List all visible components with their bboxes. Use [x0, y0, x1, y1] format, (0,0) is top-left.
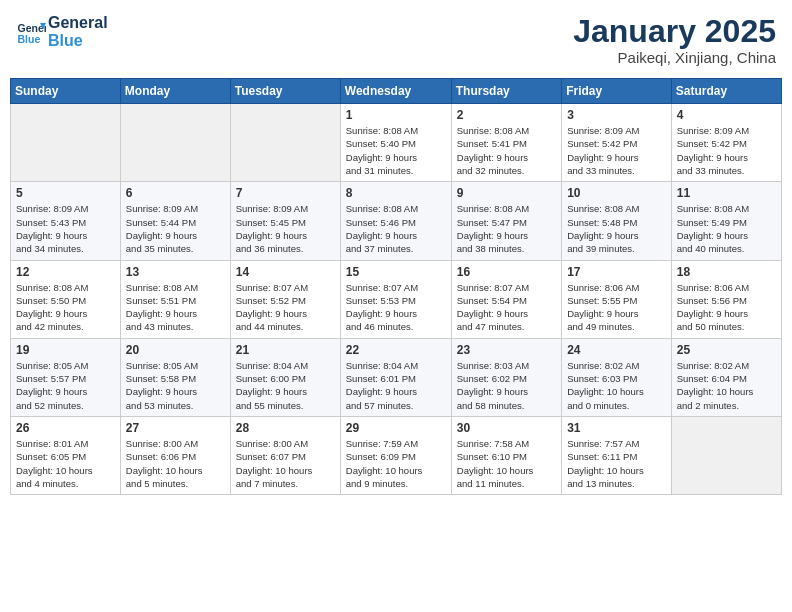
calendar-cell: 23Sunrise: 8:03 AM Sunset: 6:02 PM Dayli…	[451, 338, 561, 416]
day-info: Sunrise: 8:07 AM Sunset: 5:53 PM Dayligh…	[346, 281, 446, 334]
day-number: 7	[236, 186, 335, 200]
calendar-cell: 11Sunrise: 8:08 AM Sunset: 5:49 PM Dayli…	[671, 182, 781, 260]
logo-text: General Blue	[48, 14, 108, 49]
day-number: 20	[126, 343, 225, 357]
day-number: 19	[16, 343, 115, 357]
calendar-week-row: 19Sunrise: 8:05 AM Sunset: 5:57 PM Dayli…	[11, 338, 782, 416]
day-number: 12	[16, 265, 115, 279]
day-number: 2	[457, 108, 556, 122]
day-number: 1	[346, 108, 446, 122]
calendar-cell: 8Sunrise: 8:08 AM Sunset: 5:46 PM Daylig…	[340, 182, 451, 260]
calendar-cell: 2Sunrise: 8:08 AM Sunset: 5:41 PM Daylig…	[451, 104, 561, 182]
day-info: Sunrise: 8:07 AM Sunset: 5:54 PM Dayligh…	[457, 281, 556, 334]
calendar-cell: 3Sunrise: 8:09 AM Sunset: 5:42 PM Daylig…	[562, 104, 672, 182]
calendar-week-row: 5Sunrise: 8:09 AM Sunset: 5:43 PM Daylig…	[11, 182, 782, 260]
day-info: Sunrise: 8:06 AM Sunset: 5:56 PM Dayligh…	[677, 281, 776, 334]
day-info: Sunrise: 8:09 AM Sunset: 5:44 PM Dayligh…	[126, 202, 225, 255]
weekday-header: Saturday	[671, 79, 781, 104]
day-info: Sunrise: 8:08 AM Sunset: 5:41 PM Dayligh…	[457, 124, 556, 177]
day-number: 28	[236, 421, 335, 435]
calendar-cell: 13Sunrise: 8:08 AM Sunset: 5:51 PM Dayli…	[120, 260, 230, 338]
day-info: Sunrise: 8:05 AM Sunset: 5:57 PM Dayligh…	[16, 359, 115, 412]
day-number: 21	[236, 343, 335, 357]
day-info: Sunrise: 8:09 AM Sunset: 5:45 PM Dayligh…	[236, 202, 335, 255]
calendar-cell: 28Sunrise: 8:00 AM Sunset: 6:07 PM Dayli…	[230, 416, 340, 494]
day-info: Sunrise: 8:08 AM Sunset: 5:48 PM Dayligh…	[567, 202, 666, 255]
day-number: 6	[126, 186, 225, 200]
day-number: 31	[567, 421, 666, 435]
day-number: 5	[16, 186, 115, 200]
location-subtitle: Paikeqi, Xinjiang, China	[573, 49, 776, 66]
calendar-cell: 26Sunrise: 8:01 AM Sunset: 6:05 PM Dayli…	[11, 416, 121, 494]
calendar-cell: 30Sunrise: 7:58 AM Sunset: 6:10 PM Dayli…	[451, 416, 561, 494]
calendar-cell: 7Sunrise: 8:09 AM Sunset: 5:45 PM Daylig…	[230, 182, 340, 260]
calendar-cell: 18Sunrise: 8:06 AM Sunset: 5:56 PM Dayli…	[671, 260, 781, 338]
day-info: Sunrise: 8:04 AM Sunset: 6:00 PM Dayligh…	[236, 359, 335, 412]
day-info: Sunrise: 8:03 AM Sunset: 6:02 PM Dayligh…	[457, 359, 556, 412]
day-number: 16	[457, 265, 556, 279]
day-info: Sunrise: 8:05 AM Sunset: 5:58 PM Dayligh…	[126, 359, 225, 412]
day-number: 23	[457, 343, 556, 357]
logo-icon: General Blue	[16, 17, 46, 47]
weekday-header: Tuesday	[230, 79, 340, 104]
day-number: 3	[567, 108, 666, 122]
calendar-week-row: 26Sunrise: 8:01 AM Sunset: 6:05 PM Dayli…	[11, 416, 782, 494]
day-number: 15	[346, 265, 446, 279]
day-info: Sunrise: 8:00 AM Sunset: 6:07 PM Dayligh…	[236, 437, 335, 490]
day-number: 13	[126, 265, 225, 279]
title-block: January 2025 Paikeqi, Xinjiang, China	[573, 14, 776, 66]
calendar-cell: 4Sunrise: 8:09 AM Sunset: 5:42 PM Daylig…	[671, 104, 781, 182]
calendar-cell: 31Sunrise: 7:57 AM Sunset: 6:11 PM Dayli…	[562, 416, 672, 494]
day-info: Sunrise: 8:08 AM Sunset: 5:40 PM Dayligh…	[346, 124, 446, 177]
day-number: 18	[677, 265, 776, 279]
day-number: 11	[677, 186, 776, 200]
day-number: 27	[126, 421, 225, 435]
day-info: Sunrise: 8:09 AM Sunset: 5:42 PM Dayligh…	[677, 124, 776, 177]
day-info: Sunrise: 8:04 AM Sunset: 6:01 PM Dayligh…	[346, 359, 446, 412]
day-number: 25	[677, 343, 776, 357]
day-info: Sunrise: 8:09 AM Sunset: 5:42 PM Dayligh…	[567, 124, 666, 177]
weekday-header: Friday	[562, 79, 672, 104]
day-info: Sunrise: 8:02 AM Sunset: 6:03 PM Dayligh…	[567, 359, 666, 412]
day-number: 10	[567, 186, 666, 200]
day-info: Sunrise: 8:02 AM Sunset: 6:04 PM Dayligh…	[677, 359, 776, 412]
calendar-cell: 5Sunrise: 8:09 AM Sunset: 5:43 PM Daylig…	[11, 182, 121, 260]
day-info: Sunrise: 8:07 AM Sunset: 5:52 PM Dayligh…	[236, 281, 335, 334]
calendar-cell: 21Sunrise: 8:04 AM Sunset: 6:00 PM Dayli…	[230, 338, 340, 416]
calendar-cell	[120, 104, 230, 182]
calendar-cell	[11, 104, 121, 182]
calendar-week-row: 12Sunrise: 8:08 AM Sunset: 5:50 PM Dayli…	[11, 260, 782, 338]
day-number: 17	[567, 265, 666, 279]
day-info: Sunrise: 7:58 AM Sunset: 6:10 PM Dayligh…	[457, 437, 556, 490]
svg-text:Blue: Blue	[18, 32, 41, 44]
day-info: Sunrise: 8:09 AM Sunset: 5:43 PM Dayligh…	[16, 202, 115, 255]
calendar-cell: 14Sunrise: 8:07 AM Sunset: 5:52 PM Dayli…	[230, 260, 340, 338]
day-number: 4	[677, 108, 776, 122]
month-title: January 2025	[573, 14, 776, 49]
day-number: 22	[346, 343, 446, 357]
day-info: Sunrise: 8:08 AM Sunset: 5:51 PM Dayligh…	[126, 281, 225, 334]
calendar-cell	[671, 416, 781, 494]
calendar-cell: 1Sunrise: 8:08 AM Sunset: 5:40 PM Daylig…	[340, 104, 451, 182]
day-info: Sunrise: 8:01 AM Sunset: 6:05 PM Dayligh…	[16, 437, 115, 490]
day-info: Sunrise: 8:08 AM Sunset: 5:46 PM Dayligh…	[346, 202, 446, 255]
day-info: Sunrise: 7:57 AM Sunset: 6:11 PM Dayligh…	[567, 437, 666, 490]
day-number: 26	[16, 421, 115, 435]
page-header: General Blue General Blue January 2025 P…	[10, 10, 782, 70]
weekday-header: Sunday	[11, 79, 121, 104]
calendar-cell: 24Sunrise: 8:02 AM Sunset: 6:03 PM Dayli…	[562, 338, 672, 416]
weekday-header: Wednesday	[340, 79, 451, 104]
calendar-table: SundayMondayTuesdayWednesdayThursdayFrid…	[10, 78, 782, 495]
day-info: Sunrise: 8:08 AM Sunset: 5:47 PM Dayligh…	[457, 202, 556, 255]
calendar-cell: 27Sunrise: 8:00 AM Sunset: 6:06 PM Dayli…	[120, 416, 230, 494]
weekday-header: Thursday	[451, 79, 561, 104]
day-info: Sunrise: 8:00 AM Sunset: 6:06 PM Dayligh…	[126, 437, 225, 490]
day-info: Sunrise: 8:06 AM Sunset: 5:55 PM Dayligh…	[567, 281, 666, 334]
calendar-cell: 10Sunrise: 8:08 AM Sunset: 5:48 PM Dayli…	[562, 182, 672, 260]
weekday-header: Monday	[120, 79, 230, 104]
day-number: 30	[457, 421, 556, 435]
day-info: Sunrise: 8:08 AM Sunset: 5:49 PM Dayligh…	[677, 202, 776, 255]
calendar-cell	[230, 104, 340, 182]
weekday-header-row: SundayMondayTuesdayWednesdayThursdayFrid…	[11, 79, 782, 104]
day-number: 24	[567, 343, 666, 357]
